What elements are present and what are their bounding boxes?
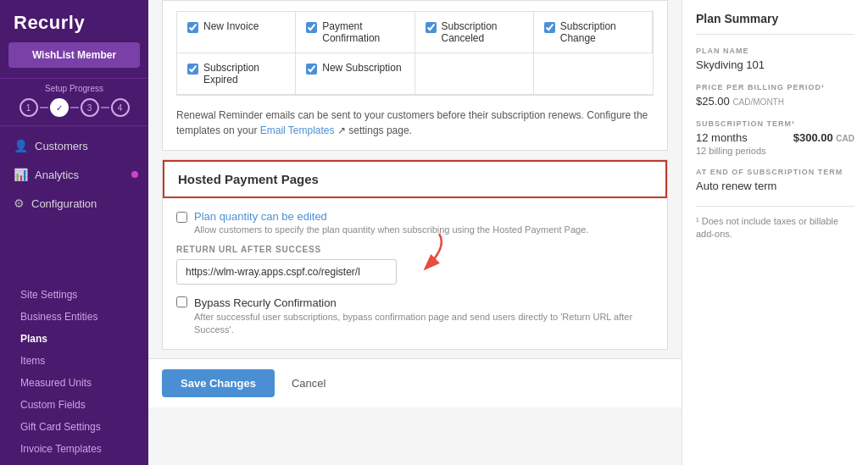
logo: Recurly [0,0,148,42]
sub-item-business-entities[interactable]: Business Entities [0,306,148,328]
progress-steps: 1 ✓ 3 4 [10,98,138,117]
save-bar: Save Changes Cancel [148,358,682,407]
plan-name-label: PLAN NAME [696,47,854,55]
hpp-body: Plan quantity can be edited Allow custom… [163,198,667,349]
step-4[interactable]: 4 [111,98,130,117]
renewal-note: Renewal Reminder emails can be sent to y… [176,108,654,138]
new-subscription-label: New Subscription [322,62,401,74]
subscription-expired-checkbox[interactable] [187,64,198,75]
email-empty-1 [415,53,534,95]
email-checkbox-grid: New Invoice Payment Confirmation Subscri… [176,11,654,96]
bypass-text: Bypass Recurly Confirmation After succes… [194,296,654,337]
sub-item-invoice-templates[interactable]: Invoice Templates [0,438,148,460]
step-2[interactable]: ✓ [50,98,69,117]
center-panel: New Invoice Payment Confirmation Subscri… [148,0,682,465]
sidebar-item-configuration[interactable]: ⚙ Configuration [0,189,148,218]
customers-label: Customers [35,140,88,152]
plan-summary-title: Plan Summary [696,12,854,35]
price-unit: CAD/month [732,97,784,107]
step-3[interactable]: 3 [81,98,99,117]
end-term-field: AT END OF SUBSCRIPTION TERM Auto renew t… [696,168,854,192]
step-line-3 [101,107,109,108]
setup-progress-section: Setup Progress 1 ✓ 3 4 [0,78,148,126]
sidebar-item-analytics[interactable]: 📊 Analytics [0,160,148,189]
term-currency: CAD [836,134,854,143]
new-invoice-checkbox[interactable] [187,22,198,33]
cancel-button[interactable]: Cancel [285,369,332,397]
sub-item-items[interactable]: Items [0,350,148,372]
price-label: PRICE PER BILLING PERIOD¹ [696,83,854,91]
bypass-checkbox[interactable] [176,296,187,307]
main-panel: New Invoice Payment Confirmation Subscri… [148,0,868,465]
subscription-change-checkbox[interactable] [544,22,555,33]
step-1[interactable]: 1 [19,98,38,117]
plan-summary-footnote: ¹ Does not include taxes or billable add… [696,206,854,241]
billing-periods: 12 billing periods [696,146,854,156]
plan-name-value: Skydiving 101 [696,58,854,71]
configuration-label: Configuration [31,197,97,210]
sidebar: Recurly WishList Member Setup Progress 1… [0,0,148,465]
hpp-section: Hosted Payment Pages Plan quantity can b… [162,159,668,350]
email-subscription-expired: Subscription Expired [177,53,296,95]
setup-progress-label: Setup Progress [10,84,138,93]
bypass-desc: After successful user subscriptions, byp… [194,311,654,337]
save-button[interactable]: Save Changes [162,369,275,397]
price-value: $25.00 CAD/month [696,95,854,108]
analytics-icon: 📊 [14,168,28,181]
term-value: 12 months [696,131,748,144]
analytics-badge [131,171,138,178]
email-subscription-canceled: Subscription Canceled [415,12,534,53]
sidebar-item-customers[interactable]: 👤 Customers [0,131,148,160]
step-line-1 [40,107,48,108]
return-url-row [176,259,654,285]
email-section-wrapper: New Invoice Payment Confirmation Subscri… [148,0,682,350]
email-templates-link[interactable]: Email Templates [260,125,335,136]
new-subscription-checkbox[interactable] [306,64,317,75]
bypass-row: Bypass Recurly Confirmation After succes… [176,296,654,337]
customers-icon: 👤 [14,139,28,152]
email-new-invoice: New Invoice [177,12,296,53]
end-term-label: AT END OF SUBSCRIPTION TERM [696,168,854,176]
new-invoice-label: New Invoice [203,20,259,32]
plan-qty-title: Plan quantity can be edited [194,210,588,223]
sub-item-gift-card-settings[interactable]: Gift Card Settings [0,416,148,438]
email-section: New Invoice Payment Confirmation Subscri… [162,0,668,151]
end-term-value: Auto renew term [696,180,854,192]
term-label: SUBSCRIPTION TERM¹ [696,119,854,128]
sidebar-nav: 👤 Customers 📊 Analytics ⚙ Configuration [0,126,148,282]
payment-confirmation-label: Payment Confirmation [322,20,403,44]
sub-item-site-settings[interactable]: Site Settings [0,284,148,306]
hpp-title: Hosted Payment Pages [178,172,319,186]
analytics-label: Analytics [35,169,79,181]
bypass-title: Bypass Recurly Confirmation [194,296,654,309]
sub-item-plans[interactable]: Plans [0,328,148,350]
return-url-input[interactable] [176,259,397,285]
right-panel: Plan Summary PLAN NAME Skydiving 101 PRI… [682,0,868,465]
subscription-expired-label: Subscription Expired [203,62,285,86]
subscription-change-label: Subscription Change [560,20,642,44]
plan-qty-checkbox[interactable] [176,212,187,223]
sub-item-custom-fields[interactable]: Custom Fields [0,394,148,416]
content-area: New Invoice Payment Confirmation Subscri… [148,0,868,465]
sub-item-measured-units[interactable]: Measured Units [0,372,148,394]
email-payment-confirmation: Payment Confirmation [296,12,415,53]
term-row: 12 months $300.00 CAD [696,131,854,144]
hpp-header: Hosted Payment Pages [163,160,667,198]
subscription-canceled-checkbox[interactable] [426,22,437,33]
subscription-canceled-label: Subscription Canceled [442,20,523,44]
email-new-subscription: New Subscription [296,53,415,95]
term-field: SUBSCRIPTION TERM¹ 12 months $300.00 CAD… [696,119,854,156]
payment-confirmation-checkbox[interactable] [306,22,317,33]
email-subscription-change: Subscription Change [534,12,653,53]
sidebar-sub-menu: Site Settings Business Entities Plans It… [0,282,148,465]
step-line-2 [70,107,79,108]
term-amount: $300.00 CAD [793,131,854,144]
config-icon: ⚙ [14,197,25,210]
email-empty-2 [534,53,653,95]
price-field: PRICE PER BILLING PERIOD¹ $25.00 CAD/mon… [696,83,854,108]
plan-name-field: PLAN NAME Skydiving 101 [696,47,854,71]
account-badge[interactable]: WishList Member [8,42,140,68]
red-arrow-icon [388,230,456,280]
